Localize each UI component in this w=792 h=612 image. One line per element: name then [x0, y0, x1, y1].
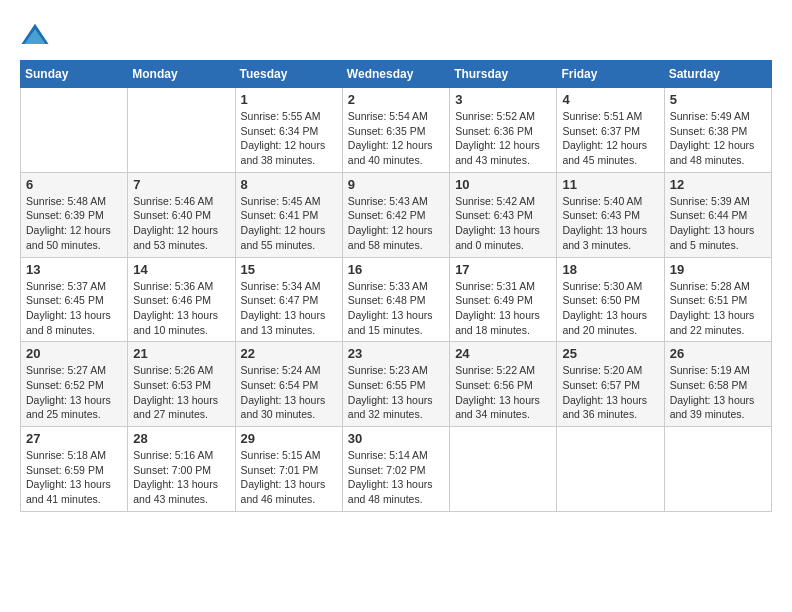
- sunset-label: Sunset: 7:02 PM: [348, 464, 426, 476]
- sunset-label: Sunset: 6:44 PM: [670, 209, 748, 221]
- sunset-label: Sunset: 6:59 PM: [26, 464, 104, 476]
- day-info: Sunrise: 5:26 AM Sunset: 6:53 PM Dayligh…: [133, 363, 229, 422]
- day-number: 23: [348, 346, 444, 361]
- calendar-week-row: 13 Sunrise: 5:37 AM Sunset: 6:45 PM Dayl…: [21, 257, 772, 342]
- calendar-cell: [128, 88, 235, 173]
- daylight-label: Daylight: 13 hours and 13 minutes.: [241, 309, 326, 336]
- daylight-label: Daylight: 13 hours and 32 minutes.: [348, 394, 433, 421]
- calendar-cell: 18 Sunrise: 5:30 AM Sunset: 6:50 PM Dayl…: [557, 257, 664, 342]
- sunrise-label: Sunrise: 5:18 AM: [26, 449, 106, 461]
- calendar-cell: 30 Sunrise: 5:14 AM Sunset: 7:02 PM Dayl…: [342, 427, 449, 512]
- weekday-header: Monday: [128, 61, 235, 88]
- sunrise-label: Sunrise: 5:28 AM: [670, 280, 750, 292]
- weekday-header: Friday: [557, 61, 664, 88]
- sunrise-label: Sunrise: 5:23 AM: [348, 364, 428, 376]
- sunset-label: Sunset: 6:51 PM: [670, 294, 748, 306]
- logo-icon: [20, 20, 50, 50]
- day-number: 22: [241, 346, 337, 361]
- sunrise-label: Sunrise: 5:42 AM: [455, 195, 535, 207]
- day-number: 14: [133, 262, 229, 277]
- sunset-label: Sunset: 6:55 PM: [348, 379, 426, 391]
- sunset-label: Sunset: 6:35 PM: [348, 125, 426, 137]
- logo: [20, 20, 54, 50]
- daylight-label: Daylight: 13 hours and 15 minutes.: [348, 309, 433, 336]
- day-number: 20: [26, 346, 122, 361]
- weekday-header: Wednesday: [342, 61, 449, 88]
- day-info: Sunrise: 5:20 AM Sunset: 6:57 PM Dayligh…: [562, 363, 658, 422]
- sunrise-label: Sunrise: 5:39 AM: [670, 195, 750, 207]
- calendar-cell: 2 Sunrise: 5:54 AM Sunset: 6:35 PM Dayli…: [342, 88, 449, 173]
- sunset-label: Sunset: 6:58 PM: [670, 379, 748, 391]
- day-number: 19: [670, 262, 766, 277]
- sunset-label: Sunset: 6:34 PM: [241, 125, 319, 137]
- daylight-label: Daylight: 13 hours and 18 minutes.: [455, 309, 540, 336]
- day-number: 27: [26, 431, 122, 446]
- sunrise-label: Sunrise: 5:55 AM: [241, 110, 321, 122]
- day-number: 21: [133, 346, 229, 361]
- day-number: 5: [670, 92, 766, 107]
- sunrise-label: Sunrise: 5:36 AM: [133, 280, 213, 292]
- daylight-label: Daylight: 13 hours and 8 minutes.: [26, 309, 111, 336]
- sunset-label: Sunset: 7:01 PM: [241, 464, 319, 476]
- weekday-header: Saturday: [664, 61, 771, 88]
- weekday-header: Thursday: [450, 61, 557, 88]
- calendar-cell: 6 Sunrise: 5:48 AM Sunset: 6:39 PM Dayli…: [21, 172, 128, 257]
- day-info: Sunrise: 5:24 AM Sunset: 6:54 PM Dayligh…: [241, 363, 337, 422]
- daylight-label: Daylight: 13 hours and 36 minutes.: [562, 394, 647, 421]
- calendar-header-row: SundayMondayTuesdayWednesdayThursdayFrid…: [21, 61, 772, 88]
- day-number: 26: [670, 346, 766, 361]
- sunrise-label: Sunrise: 5:27 AM: [26, 364, 106, 376]
- day-number: 25: [562, 346, 658, 361]
- day-info: Sunrise: 5:43 AM Sunset: 6:42 PM Dayligh…: [348, 194, 444, 253]
- daylight-label: Daylight: 12 hours and 50 minutes.: [26, 224, 111, 251]
- sunset-label: Sunset: 7:00 PM: [133, 464, 211, 476]
- daylight-label: Daylight: 13 hours and 34 minutes.: [455, 394, 540, 421]
- day-number: 15: [241, 262, 337, 277]
- day-info: Sunrise: 5:55 AM Sunset: 6:34 PM Dayligh…: [241, 109, 337, 168]
- daylight-label: Daylight: 13 hours and 30 minutes.: [241, 394, 326, 421]
- day-number: 7: [133, 177, 229, 192]
- sunrise-label: Sunrise: 5:48 AM: [26, 195, 106, 207]
- calendar-cell: 26 Sunrise: 5:19 AM Sunset: 6:58 PM Dayl…: [664, 342, 771, 427]
- calendar-week-row: 6 Sunrise: 5:48 AM Sunset: 6:39 PM Dayli…: [21, 172, 772, 257]
- daylight-label: Daylight: 13 hours and 41 minutes.: [26, 478, 111, 505]
- sunset-label: Sunset: 6:36 PM: [455, 125, 533, 137]
- daylight-label: Daylight: 13 hours and 25 minutes.: [26, 394, 111, 421]
- calendar-cell: [557, 427, 664, 512]
- day-info: Sunrise: 5:31 AM Sunset: 6:49 PM Dayligh…: [455, 279, 551, 338]
- day-info: Sunrise: 5:37 AM Sunset: 6:45 PM Dayligh…: [26, 279, 122, 338]
- day-info: Sunrise: 5:46 AM Sunset: 6:40 PM Dayligh…: [133, 194, 229, 253]
- sunset-label: Sunset: 6:40 PM: [133, 209, 211, 221]
- day-number: 18: [562, 262, 658, 277]
- day-info: Sunrise: 5:40 AM Sunset: 6:43 PM Dayligh…: [562, 194, 658, 253]
- calendar-cell: 5 Sunrise: 5:49 AM Sunset: 6:38 PM Dayli…: [664, 88, 771, 173]
- daylight-label: Daylight: 12 hours and 40 minutes.: [348, 139, 433, 166]
- day-info: Sunrise: 5:27 AM Sunset: 6:52 PM Dayligh…: [26, 363, 122, 422]
- calendar-cell: 25 Sunrise: 5:20 AM Sunset: 6:57 PM Dayl…: [557, 342, 664, 427]
- day-info: Sunrise: 5:19 AM Sunset: 6:58 PM Dayligh…: [670, 363, 766, 422]
- calendar-cell: 16 Sunrise: 5:33 AM Sunset: 6:48 PM Dayl…: [342, 257, 449, 342]
- sunrise-label: Sunrise: 5:43 AM: [348, 195, 428, 207]
- sunset-label: Sunset: 6:57 PM: [562, 379, 640, 391]
- daylight-label: Daylight: 12 hours and 55 minutes.: [241, 224, 326, 251]
- day-info: Sunrise: 5:52 AM Sunset: 6:36 PM Dayligh…: [455, 109, 551, 168]
- calendar-cell: 15 Sunrise: 5:34 AM Sunset: 6:47 PM Dayl…: [235, 257, 342, 342]
- day-info: Sunrise: 5:48 AM Sunset: 6:39 PM Dayligh…: [26, 194, 122, 253]
- sunrise-label: Sunrise: 5:52 AM: [455, 110, 535, 122]
- daylight-label: Daylight: 13 hours and 5 minutes.: [670, 224, 755, 251]
- sunrise-label: Sunrise: 5:26 AM: [133, 364, 213, 376]
- sunrise-label: Sunrise: 5:54 AM: [348, 110, 428, 122]
- sunset-label: Sunset: 6:38 PM: [670, 125, 748, 137]
- sunrise-label: Sunrise: 5:19 AM: [670, 364, 750, 376]
- calendar-cell: 27 Sunrise: 5:18 AM Sunset: 6:59 PM Dayl…: [21, 427, 128, 512]
- day-info: Sunrise: 5:42 AM Sunset: 6:43 PM Dayligh…: [455, 194, 551, 253]
- day-number: 9: [348, 177, 444, 192]
- calendar-cell: 4 Sunrise: 5:51 AM Sunset: 6:37 PM Dayli…: [557, 88, 664, 173]
- daylight-label: Daylight: 12 hours and 43 minutes.: [455, 139, 540, 166]
- calendar-cell: 22 Sunrise: 5:24 AM Sunset: 6:54 PM Dayl…: [235, 342, 342, 427]
- day-info: Sunrise: 5:16 AM Sunset: 7:00 PM Dayligh…: [133, 448, 229, 507]
- sunrise-label: Sunrise: 5:51 AM: [562, 110, 642, 122]
- day-info: Sunrise: 5:28 AM Sunset: 6:51 PM Dayligh…: [670, 279, 766, 338]
- weekday-header: Tuesday: [235, 61, 342, 88]
- daylight-label: Daylight: 13 hours and 10 minutes.: [133, 309, 218, 336]
